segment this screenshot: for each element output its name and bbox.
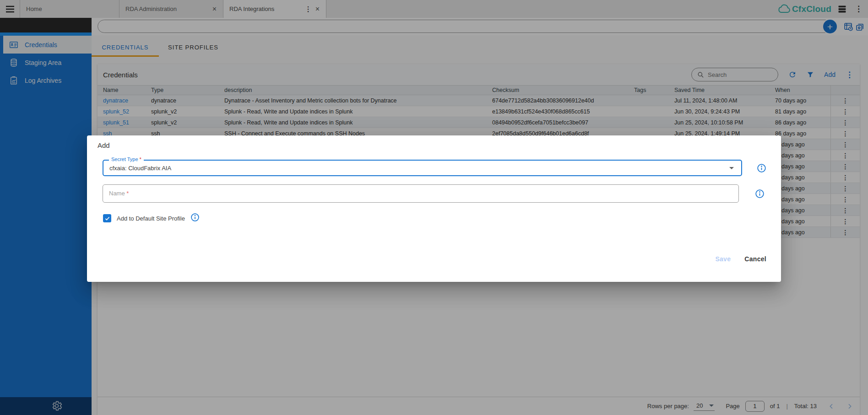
name-placeholder: Name * <box>103 185 738 202</box>
cancel-button[interactable]: Cancel <box>744 255 766 263</box>
name-input[interactable]: Name * <box>103 184 739 203</box>
default-site-profile-row: Add to Default Site Profile <box>103 212 200 224</box>
modal-title: Add <box>98 141 110 149</box>
name-info-icon[interactable] <box>755 189 765 200</box>
checkbox-info-icon[interactable] <box>190 213 200 224</box>
modal-actions: Save Cancel <box>715 255 766 263</box>
checkbox-label: Add to Default Site Profile <box>117 215 185 222</box>
save-button[interactable]: Save <box>715 255 731 263</box>
default-site-profile-checkbox[interactable] <box>103 214 111 222</box>
secret-type-select[interactable]: Secret Type * cfxaia: CloudFabrix AIA <box>103 160 742 176</box>
secret-type-value: cfxaia: CloudFabrix AIA <box>103 161 741 176</box>
check-icon <box>104 216 110 221</box>
add-credential-modal: Add Secret Type * cfxaia: CloudFabrix AI… <box>87 135 781 282</box>
secret-type-info-icon[interactable] <box>757 163 766 175</box>
secret-type-label: Secret Type * <box>109 156 144 162</box>
chevron-down-icon <box>729 167 734 169</box>
